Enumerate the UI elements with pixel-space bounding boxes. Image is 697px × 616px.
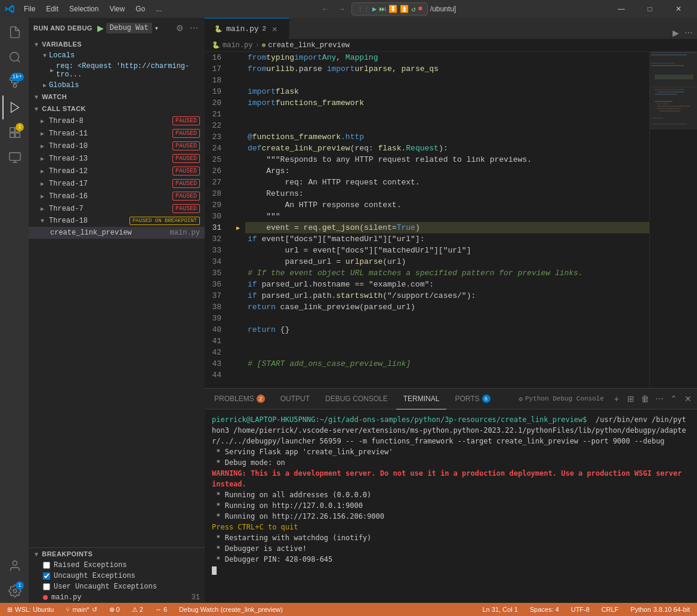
menu-edit[interactable]: Edit bbox=[41, 4, 63, 14]
split-terminal-button[interactable]: ⊞ bbox=[624, 392, 637, 405]
thread-item-thread17[interactable]: ▶Thread-17PAUSED bbox=[29, 177, 205, 190]
activity-accounts[interactable] bbox=[2, 554, 26, 578]
globals-item[interactable]: ▶ Globals bbox=[33, 80, 205, 91]
callstack-toggle[interactable]: ▼ CALL STACK bbox=[29, 103, 205, 115]
panel-maximize-button[interactable]: ⌃ bbox=[667, 392, 680, 405]
activity-run-debug[interactable] bbox=[2, 96, 26, 119]
status-encoding[interactable]: UTF-8 bbox=[569, 606, 592, 613]
panel-close-button[interactable]: ✕ bbox=[681, 392, 695, 405]
thread-item-thread16[interactable]: ▶Thread-16PAUSED bbox=[29, 190, 205, 202]
activity-search[interactable] bbox=[2, 45, 26, 69]
status-branch[interactable]: ⑂ main* ↺ bbox=[63, 606, 99, 614]
thread-item-thread11[interactable]: ▶Thread-11PAUSED bbox=[29, 127, 205, 140]
nav-forward-button[interactable]: → bbox=[335, 3, 349, 15]
start-debug-button[interactable]: ▶ bbox=[97, 23, 104, 33]
close-button[interactable]: ✕ bbox=[665, 0, 692, 18]
thread-item-thread12[interactable]: ▶Thread-12PAUSED bbox=[29, 165, 205, 177]
line-number-35: 35 bbox=[205, 267, 226, 279]
menu-view[interactable]: View bbox=[104, 4, 129, 14]
code-line-25: """Responds to any HTTP request related … bbox=[245, 154, 649, 165]
bp-user-uncaught-checkbox[interactable] bbox=[43, 583, 50, 590]
menu-file[interactable]: File bbox=[19, 4, 40, 14]
status-errors[interactable]: ⊗ 0 bbox=[107, 606, 122, 614]
line-number-40: 40 bbox=[205, 324, 226, 335]
tab-debug-console[interactable]: DEBUG CONSOLE bbox=[318, 389, 395, 409]
bp-uncaught-checkbox[interactable] bbox=[43, 572, 50, 580]
branch-label: main* bbox=[72, 606, 89, 613]
status-warnings[interactable]: ⚠ 2 bbox=[129, 606, 146, 614]
menu-more[interactable]: ... bbox=[151, 4, 166, 14]
activity-remote[interactable] bbox=[2, 146, 26, 170]
minimize-button[interactable]: — bbox=[607, 0, 635, 18]
debug-config-selector: ▶ Debug Wat ▾ bbox=[97, 23, 159, 33]
status-debug[interactable]: Debug Watch (create_link_preview) bbox=[177, 606, 285, 613]
gutter-21 bbox=[233, 109, 243, 120]
thread-item-thread18[interactable]: ▼Thread-18PAUSED ON BREAKPOINT bbox=[29, 215, 205, 227]
tab-main-py[interactable]: 🐍 main.py 2 ✕ bbox=[205, 18, 289, 39]
debug-settings-button[interactable]: ⚙ bbox=[174, 22, 186, 34]
globals-label: Globals bbox=[49, 81, 79, 90]
tab-ports[interactable]: PORTS 6 bbox=[448, 389, 497, 409]
variables-title: VARIABLES bbox=[42, 41, 82, 48]
kill-terminal-button[interactable]: 🗑 bbox=[639, 392, 652, 405]
activity-settings[interactable]: 1 bbox=[2, 579, 26, 603]
line-number-34: 34 bbox=[205, 256, 226, 267]
status-language[interactable]: Python 3.8.10 64-bit bbox=[628, 606, 692, 613]
maximize-button[interactable]: □ bbox=[636, 0, 664, 18]
spaces-label: Spaces: 4 bbox=[530, 606, 559, 613]
activity-source-control[interactable]: 1k+ bbox=[2, 70, 26, 94]
run-tab-button[interactable]: ▶ bbox=[670, 27, 681, 39]
tab-problems[interactable]: PROBLEMS 2 bbox=[207, 389, 272, 409]
titlebar: File Edit Selection View Go ... ← → ⋮⋮ ▶… bbox=[0, 0, 697, 18]
thread-item-thread8[interactable]: ▶Thread-8PAUSED bbox=[29, 115, 205, 127]
svg-rect-20 bbox=[655, 75, 693, 79]
nav-back-button[interactable]: ← bbox=[318, 3, 332, 15]
terminal-more-button[interactable]: ⋯ bbox=[653, 392, 666, 405]
watch-arrow: ▼ bbox=[33, 94, 39, 100]
terminal-content[interactable]: pierrick@LAPTOP-HKU5PNNG:~/git/add-ons-s… bbox=[205, 409, 697, 603]
tab-terminal[interactable]: TERMINAL bbox=[396, 389, 447, 409]
python-debug-console-label: ⚙ Python Debug Console bbox=[514, 395, 609, 403]
code-line-27: req: An HTTP request context. bbox=[245, 177, 649, 188]
tab-output[interactable]: OUTPUT bbox=[273, 389, 317, 409]
menu-selection[interactable]: Selection bbox=[64, 4, 103, 14]
activity-explorer[interactable] bbox=[2, 20, 26, 44]
thread-item-thread13[interactable]: ▶Thread-13PAUSED bbox=[29, 152, 205, 165]
variables-toggle[interactable]: ▼ VARIABLES bbox=[29, 38, 205, 50]
req-var-item[interactable]: ▶ req: <Request 'http://charming-tro... bbox=[33, 61, 205, 80]
debug-config-dropdown[interactable]: Debug Wat bbox=[106, 23, 152, 33]
status-spaces[interactable]: Spaces: 4 bbox=[528, 606, 562, 613]
new-terminal-button[interactable]: + bbox=[610, 392, 623, 405]
tab-number: 2 bbox=[263, 25, 267, 32]
gutter-16 bbox=[233, 52, 243, 63]
sync-icon: ↺ bbox=[92, 606, 97, 614]
line-number-31: 31 bbox=[205, 222, 226, 233]
stack-frame[interactable]: create_link_preview main.py bbox=[29, 227, 205, 239]
status-wsl[interactable]: ⊞ WSL: Ubuntu bbox=[5, 606, 56, 614]
problems-label: PROBLEMS bbox=[214, 395, 254, 403]
breadcrumb-func[interactable]: create_link_preview bbox=[268, 41, 350, 50]
debug-more-button[interactable]: ⋯ bbox=[188, 22, 200, 34]
status-remote[interactable]: ↔ 6 bbox=[153, 606, 169, 613]
status-line-ending[interactable]: CRLF bbox=[599, 606, 621, 613]
bp-user-uncaught-item: User Uncaught Exceptions bbox=[29, 581, 205, 592]
code-line-17: from urllib.parse import urlparse, parse… bbox=[245, 63, 649, 75]
locals-item[interactable]: ▼ Locals bbox=[33, 50, 205, 61]
tab-close-button[interactable]: ✕ bbox=[270, 24, 279, 33]
code-line-42 bbox=[245, 347, 649, 358]
thread-item-thread10[interactable]: ▶Thread-10PAUSED bbox=[29, 140, 205, 152]
status-position[interactable]: Ln 31, Col 1 bbox=[480, 606, 520, 613]
line-number-27: 27 bbox=[205, 177, 226, 188]
breadcrumb-file[interactable]: main.py bbox=[223, 41, 252, 50]
main-layout: 1k+ 1 1 RUN AND DEBUG ▶ Debug Wat ▾ bbox=[0, 18, 697, 603]
menu-go[interactable]: Go bbox=[131, 4, 150, 14]
breakpoints-toggle[interactable]: ▼ BREAKPOINTS bbox=[29, 548, 205, 560]
watch-title: WATCH bbox=[42, 93, 67, 100]
thread-item-thread7[interactable]: ▶Thread-7PAUSED bbox=[29, 202, 205, 215]
bp-raised-checkbox[interactable] bbox=[43, 562, 50, 569]
activity-extensions[interactable]: 1 bbox=[2, 121, 26, 144]
bp-raised-item: Raised Exceptions bbox=[29, 560, 205, 571]
watch-toggle[interactable]: ▼ WATCH bbox=[29, 91, 205, 103]
tab-more-button[interactable]: ⋯ bbox=[683, 27, 695, 39]
code-content[interactable]: from typing import Any, Mappingfrom urll… bbox=[243, 52, 649, 388]
